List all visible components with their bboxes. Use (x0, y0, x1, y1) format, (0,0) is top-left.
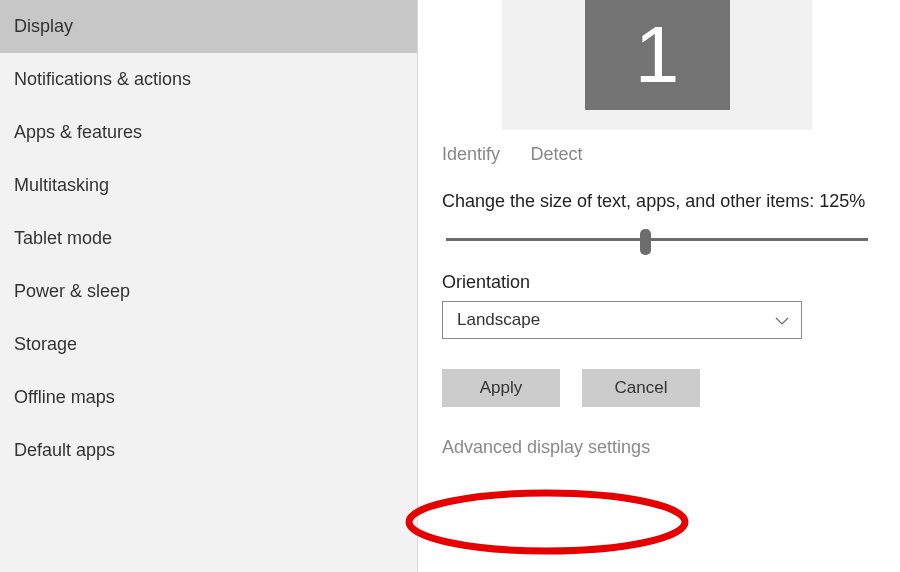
orientation-select[interactable]: Landscape (442, 301, 802, 339)
identify-link[interactable]: Identify (442, 144, 500, 165)
slider-thumb[interactable] (640, 229, 651, 255)
sidebar-item-power-sleep[interactable]: Power & sleep (0, 265, 417, 318)
cancel-button[interactable]: Cancel (582, 369, 700, 407)
sidebar-item-tablet-mode[interactable]: Tablet mode (0, 212, 417, 265)
display-settings-panel: 1 Identify Detect Change the size of tex… (418, 0, 900, 572)
sidebar-item-apps-features[interactable]: Apps & features (0, 106, 417, 159)
apply-cancel-row: Apply Cancel (438, 369, 876, 407)
slider-track (446, 238, 868, 241)
sidebar-item-multitasking[interactable]: Multitasking (0, 159, 417, 212)
orientation-value: Landscape (457, 310, 540, 330)
scaling-label: Change the size of text, apps, and other… (438, 191, 876, 212)
identify-detect-row: Identify Detect (438, 144, 876, 165)
detect-link[interactable]: Detect (531, 144, 583, 165)
settings-sidebar: Display Notifications & actions Apps & f… (0, 0, 418, 572)
sidebar-item-storage[interactable]: Storage (0, 318, 417, 371)
monitor-preview-area: 1 (502, 0, 812, 130)
annotation-highlight-oval (402, 486, 692, 558)
svg-point-0 (409, 493, 685, 551)
advanced-display-settings-link[interactable]: Advanced display settings (438, 437, 650, 458)
sidebar-item-display[interactable]: Display (0, 0, 417, 53)
chevron-down-icon (775, 313, 789, 327)
sidebar-item-offline-maps[interactable]: Offline maps (0, 371, 417, 424)
monitor-1-tile[interactable]: 1 (585, 0, 730, 110)
sidebar-item-default-apps[interactable]: Default apps (0, 424, 417, 477)
sidebar-item-notifications[interactable]: Notifications & actions (0, 53, 417, 106)
scaling-slider[interactable] (446, 228, 868, 252)
orientation-label: Orientation (438, 272, 876, 293)
apply-button[interactable]: Apply (442, 369, 560, 407)
